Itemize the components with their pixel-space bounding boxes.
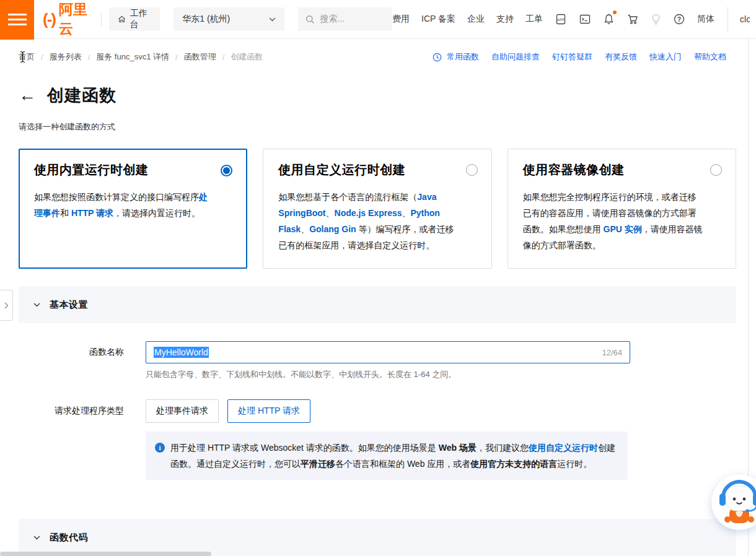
breadcrumb-service-detail[interactable]: 服务 func_svc1 详情 (96, 51, 169, 63)
quick-links: 常用函数 自助问题排查 钉钉答疑群 有奖反馈 快速入门 帮助文档 (433, 51, 726, 63)
card-description: 如果您想按照函数计算定义的接口编写程序处理事件和 HTTP 请求，请选择内置运行… (34, 189, 216, 221)
menu-ticket[interactable]: 工单 (525, 14, 543, 25)
link-feedback[interactable]: 有奖反馈 (605, 51, 637, 63)
app-icon[interactable]: APP (555, 13, 567, 25)
robot-mascot-icon (717, 479, 756, 526)
clock-icon (433, 53, 442, 62)
search-placeholder: 搜索... (320, 14, 345, 25)
card-custom-runtime[interactable]: 使用自定义运行时创建 如果您想基于各个语言的流行框架（Java SpringBo… (263, 149, 491, 269)
bell-icon[interactable] (603, 13, 615, 25)
language-toggle[interactable]: 简体 (697, 14, 714, 25)
menu-enterprise[interactable]: 企业 (467, 14, 485, 25)
alibaba-cloud-logo[interactable]: (-) 阿里云 (43, 0, 92, 38)
breadcrumb: 首页 / 服务列表 / 服务 func_svc1 详情 / 函数管理 / 创建函… (19, 51, 263, 63)
horizontal-scrollbar-thumb[interactable] (0, 552, 211, 556)
radio-unselected-icon[interactable] (710, 164, 722, 176)
char-counter: 12/64 (602, 348, 622, 357)
customer-service-robot[interactable] (711, 474, 756, 530)
page-subtitle: 请选择一种创建函数的方式 (19, 121, 115, 132)
link-dingtalk-group[interactable]: 钉钉答疑群 (552, 51, 592, 63)
link-help-docs[interactable]: 帮助文档 (694, 51, 726, 63)
function-code-panel: 函数代码 (19, 519, 736, 556)
http-info-text: 用于处理 HTTP 请求或 Websocket 请求的函数。如果您的使用场景是 … (170, 440, 617, 472)
logo-text: 阿里云 (59, 0, 92, 38)
menu-support[interactable]: 支持 (496, 14, 514, 25)
function-name-value: MyHelloWorld (154, 347, 209, 358)
basic-settings-panel: 基本设置 函数名称 MyHelloWorld 12/64 只能包含字母、数字、下… (19, 286, 736, 500)
account-name-clipped[interactable]: clo (740, 14, 750, 24)
card-title: 使用容器镜像创建 (523, 162, 721, 178)
creation-method-cards: 使用内置运行时创建 如果您想按照函数计算定义的接口编写程序处理事件和 HTTP … (19, 149, 736, 269)
menu-billing[interactable]: 费用 (392, 14, 410, 25)
section-title: 基本设置 (50, 299, 88, 311)
breadcrumb-bar: 首页 / 服务列表 / 服务 func_svc1 详情 / 函数管理 / 创建函… (0, 39, 756, 75)
handle-http-request-button[interactable]: 处理 HTTP 请求 (227, 399, 310, 423)
chevron-down-icon (33, 536, 40, 540)
terminal-icon[interactable] (579, 13, 591, 25)
region-selector[interactable]: 华东1 (杭州) (174, 7, 284, 31)
divider (101, 12, 102, 26)
breadcrumb-function-mgmt[interactable]: 函数管理 (184, 51, 216, 63)
workbench-button[interactable]: 工作台 (109, 7, 160, 31)
breadcrumb-service-list[interactable]: 服务列表 (50, 51, 82, 63)
http-info-box: i 用于处理 HTTP 请求或 Websocket 请求的函数。如果您的使用场景… (146, 432, 628, 480)
region-label: 华东1 (杭州) (182, 14, 230, 25)
basic-settings-header[interactable]: 基本设置 (19, 286, 736, 323)
divider (727, 7, 728, 32)
logo-bracket-icon: (-) (43, 11, 55, 27)
top-header: (-) 阿里云 工作台 华东1 (杭州) 搜索... 费用 ICP 备案 企业 … (0, 0, 756, 39)
page-title: 创建函数 (47, 84, 116, 106)
back-arrow-icon[interactable]: ← (19, 87, 36, 104)
card-description: 如果您想完全控制程序运行的环境，或者迁移已有的容器应用，请使用容器镜像的方式部署… (523, 189, 705, 253)
sidebar-expand-handle[interactable] (0, 290, 13, 321)
card-title: 使用自定义运行时创建 (278, 162, 476, 178)
radio-unselected-icon[interactable] (466, 164, 478, 176)
hamburger-menu-icon[interactable] (0, 0, 34, 40)
function-code-header[interactable]: 函数代码 (19, 519, 736, 556)
card-description: 如果您想基于各个语言的流行框架（Java SpringBoot、Node.js … (278, 189, 460, 253)
chevron-down-icon (33, 303, 40, 307)
info-icon: i (155, 443, 165, 453)
breadcrumb-home[interactable]: 首页 (19, 51, 35, 63)
breadcrumb-separator: / (41, 53, 43, 62)
card-builtin-runtime[interactable]: 使用内置运行时创建 如果您想按照函数计算定义的接口编写程序处理事件和 HTTP … (19, 149, 247, 269)
function-name-hint: 只能包含字母、数字、下划线和中划线。不能以数字、中划线开头。长度在 1-64 之… (146, 369, 630, 380)
link-self-troubleshoot[interactable]: 自助问题排查 (491, 51, 540, 63)
function-name-input[interactable]: MyHelloWorld 12/64 (146, 341, 630, 363)
breadcrumb-separator: / (88, 53, 90, 62)
chevron-down-icon (269, 17, 276, 22)
notification-dot (613, 11, 617, 14)
breadcrumb-current: 创建函数 (231, 51, 263, 63)
function-name-label: 函数名称 (19, 341, 124, 358)
workbench-label: 工作台 (130, 8, 151, 30)
section-title: 函数代码 (50, 532, 88, 544)
card-container-image[interactable]: 使用容器镜像创建 如果您想完全控制程序运行的环境，或者迁移已有的容器应用，请使用… (508, 149, 736, 269)
search-icon (305, 15, 315, 24)
breadcrumb-separator: / (175, 53, 178, 62)
menu-icp[interactable]: ICP 备案 (421, 14, 455, 25)
cart-icon[interactable] (626, 13, 639, 25)
bulb-icon[interactable] (651, 13, 661, 25)
home-icon (118, 14, 126, 24)
link-common-functions[interactable]: 常用函数 (447, 51, 479, 63)
breadcrumb-separator: / (222, 53, 225, 62)
help-icon[interactable]: ? (673, 13, 685, 25)
svg-text:?: ? (677, 16, 681, 23)
svg-text:APP: APP (557, 18, 565, 22)
card-title: 使用内置运行时创建 (34, 162, 232, 178)
global-search-input[interactable]: 搜索... (298, 7, 392, 31)
chevron-right-icon (4, 302, 9, 309)
handler-type-label: 请求处理程序类型 (19, 406, 124, 417)
link-quick-start[interactable]: 快速入门 (649, 51, 682, 63)
handle-event-request-button[interactable]: 处理事件请求 (146, 399, 219, 423)
